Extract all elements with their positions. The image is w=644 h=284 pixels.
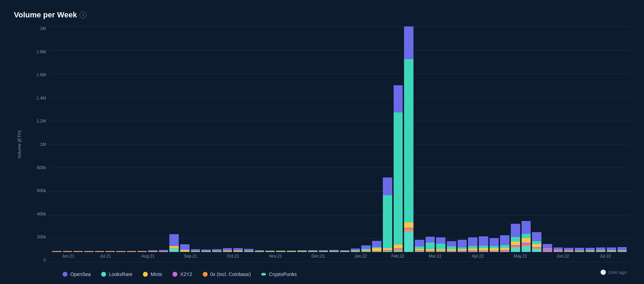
y-label: 1.4M bbox=[37, 96, 46, 100]
bar-segment-looksrare bbox=[522, 234, 531, 238]
bar-segment-x2y2 bbox=[543, 249, 552, 251]
bar-segment-opensea bbox=[458, 240, 467, 247]
y-label: 1.8M bbox=[37, 50, 46, 54]
x-label-group: Jun.21 bbox=[52, 252, 84, 259]
bar-segment-looksrare bbox=[532, 241, 541, 244]
bar-group bbox=[532, 26, 541, 252]
bar-segment-opensea bbox=[415, 240, 424, 246]
info-icon[interactable]: i bbox=[80, 11, 87, 18]
bar-group bbox=[618, 26, 627, 252]
bars-container bbox=[49, 26, 630, 252]
bar-group bbox=[319, 26, 328, 252]
legend: OpenSeaLooksRareMintsX2Y20x (Incl. Coinb… bbox=[38, 271, 297, 277]
bar-segment-looksrare bbox=[511, 237, 520, 242]
bar-segment-opensea bbox=[554, 247, 563, 250]
bar-group bbox=[116, 26, 126, 252]
bar-group bbox=[522, 26, 531, 252]
y-label: 600k bbox=[37, 189, 46, 193]
bar-segment-mints bbox=[490, 248, 499, 251]
x-label-group: Jan.22 bbox=[339, 252, 382, 259]
legend-label: X2Y2 bbox=[180, 271, 192, 277]
bar-segment-cryptopunks bbox=[522, 246, 531, 252]
y-axis-label: Volume (ETH) bbox=[14, 26, 24, 262]
bar-group bbox=[394, 26, 403, 252]
x-label-group: Jun.22 bbox=[541, 252, 584, 259]
legend-area: OpenSeaLooksRareMintsX2Y20x (Incl. Coinb… bbox=[14, 267, 630, 277]
bar-group bbox=[169, 26, 179, 252]
bar-segment-opensea bbox=[618, 247, 627, 250]
bar-segment-looksrare bbox=[500, 245, 509, 248]
bar-segment-opensea bbox=[372, 241, 381, 247]
bar-segment-opensea bbox=[500, 235, 509, 245]
legend-item: CryptoPunks bbox=[261, 271, 297, 277]
x-label-group: Mar.22 bbox=[414, 252, 456, 259]
bar-segment-looksrare bbox=[447, 246, 456, 249]
bar-segment-looksrare bbox=[426, 243, 435, 249]
y-label: 0 bbox=[43, 258, 46, 262]
legend-color bbox=[203, 272, 208, 277]
y-label: 2M bbox=[40, 26, 46, 31]
bar-group bbox=[511, 26, 520, 252]
bar-segment-looksrare bbox=[436, 244, 445, 249]
bar-segment-opensea bbox=[607, 247, 616, 250]
bar-segment-looksrare bbox=[404, 59, 413, 222]
bar-segment-opensea bbox=[404, 26, 413, 59]
x-label-group: Dec.21 bbox=[297, 252, 339, 259]
legend-label: Mints bbox=[151, 271, 162, 277]
bar-group bbox=[383, 26, 392, 252]
bar-group bbox=[308, 26, 317, 252]
bar-group bbox=[52, 26, 62, 252]
x-label-group: Oct.21 bbox=[212, 252, 254, 259]
bar-group bbox=[265, 26, 275, 252]
bar-segment-mints bbox=[511, 242, 520, 245]
legend-item: LooksRare bbox=[101, 271, 132, 277]
bar-segment-opensea bbox=[543, 244, 552, 249]
chart-inner: 2M1.8M1.6M1.4M1.2M1M800k600k400k200k0 Ju… bbox=[28, 26, 630, 262]
y-label: 800k bbox=[37, 166, 46, 170]
bar-group bbox=[297, 26, 307, 252]
title-text: Volume per Week bbox=[14, 10, 77, 19]
bar-group bbox=[554, 26, 563, 252]
chart-title: Volume per Week i bbox=[14, 10, 630, 19]
legend-label: OpenSea bbox=[70, 271, 91, 277]
bar-segment-mints bbox=[404, 222, 413, 228]
bar-segment-cryptopunks bbox=[511, 247, 520, 252]
bar-group bbox=[212, 26, 222, 252]
legend-item: 0x (Incl. Coinbase) bbox=[203, 271, 251, 277]
bar-segment-looksrare bbox=[383, 195, 392, 248]
bar-segment-opensea bbox=[233, 248, 243, 251]
legend-item: OpenSea bbox=[63, 271, 91, 277]
chart-plot: 2M1.8M1.6M1.4M1.2M1M800k600k400k200k0 Ju… bbox=[28, 26, 630, 262]
legend-label: LooksRare bbox=[109, 271, 132, 277]
bar-segment-opensea bbox=[223, 248, 232, 251]
bar-segment-cryptopunks bbox=[169, 248, 179, 252]
bar-group bbox=[543, 26, 552, 252]
bar-group bbox=[287, 26, 296, 252]
bar-group bbox=[372, 26, 381, 252]
legend-item: X2Y2 bbox=[172, 271, 192, 277]
bar-group bbox=[607, 26, 616, 252]
y-label: 1.2M bbox=[37, 119, 46, 123]
bar-group bbox=[586, 26, 595, 252]
bar-group bbox=[180, 26, 190, 252]
bar-group bbox=[340, 26, 349, 252]
bar-group bbox=[255, 26, 264, 252]
bar-group bbox=[564, 26, 573, 252]
timestamp-text: 1min ago bbox=[608, 270, 627, 275]
bar-group bbox=[63, 26, 72, 252]
bar-group bbox=[479, 26, 488, 252]
y-label: 1M bbox=[40, 142, 46, 147]
bar-group bbox=[223, 26, 232, 252]
bar-group bbox=[404, 26, 413, 252]
y-label: 1.6M bbox=[37, 73, 46, 77]
bar-group bbox=[159, 26, 168, 252]
bar-segment-opensea bbox=[180, 244, 190, 250]
bar-group bbox=[233, 26, 243, 252]
bar-segment-looksrare bbox=[468, 246, 477, 248]
bar-segment-opensea bbox=[596, 247, 605, 250]
bar-group bbox=[500, 26, 509, 252]
bar-group bbox=[148, 26, 158, 252]
legend-color bbox=[101, 272, 106, 277]
x-label-group: Jul.21 bbox=[84, 252, 127, 259]
bar-group bbox=[458, 26, 467, 252]
